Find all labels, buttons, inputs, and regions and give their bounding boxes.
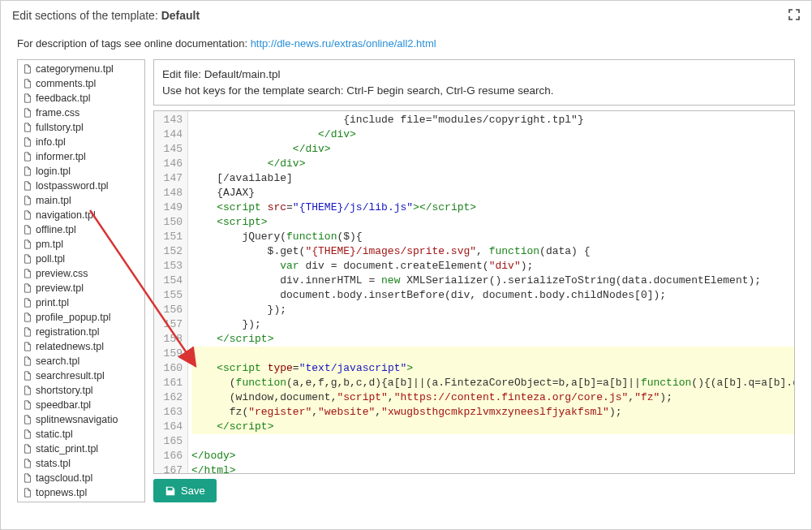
code-line[interactable]: fz("register","website","xwugbsthgcmkpzl… xyxy=(191,405,794,420)
file-item[interactable]: tagscloud.tpl xyxy=(18,471,144,485)
file-item[interactable]: speedbar.tpl xyxy=(18,398,144,412)
code-editor[interactable]: 1431441451461471481491501511521531541551… xyxy=(153,110,795,474)
file-item[interactable]: relatednews.tpl xyxy=(18,339,144,354)
code-line[interactable]: var div = document.createElement("div"); xyxy=(191,259,794,274)
code-scroll[interactable]: 1431441451461471481491501511521531541551… xyxy=(154,111,794,473)
line-number: 143 xyxy=(159,113,183,127)
code-line[interactable]: <script type="text/javascript"> xyxy=(191,361,794,376)
file-item-label: frame.css xyxy=(36,106,79,120)
title-prefix: Edit sections of the template: xyxy=(12,9,161,22)
file-item[interactable]: comments.tpl xyxy=(18,76,144,91)
code-line[interactable]: (window,document,"script","https://conte… xyxy=(191,390,794,405)
code-content[interactable]: {include file="modules/copyright.tpl"} <… xyxy=(188,111,794,473)
file-item-label: navigation.tpl xyxy=(36,208,96,222)
save-icon xyxy=(165,485,176,497)
code-line[interactable]: </div> xyxy=(191,157,794,171)
file-item[interactable]: static_print.tpl xyxy=(18,442,144,456)
code-line[interactable]: {include file="modules/copyright.tpl"} xyxy=(191,113,794,127)
code-line[interactable] xyxy=(191,347,794,361)
file-item-label: login.tpl xyxy=(36,164,71,179)
file-item[interactable]: fullstory.tpl xyxy=(18,120,144,135)
line-number: 151 xyxy=(159,230,183,244)
file-item-label: shortstory.tpl xyxy=(36,383,93,398)
file-item[interactable]: splitnewsnavigatio xyxy=(18,412,144,427)
file-item[interactable]: searchresult.tpl xyxy=(18,368,144,383)
code-line[interactable]: document.body.insertBefore(div, document… xyxy=(191,288,794,303)
code-line[interactable]: </script> xyxy=(191,332,794,347)
code-line[interactable]: <script src="{THEME}/js/lib.js"></script… xyxy=(191,200,794,215)
line-number: 147 xyxy=(159,171,183,186)
file-tree[interactable]: categorymenu.tplcomments.tplfeedback.tpl… xyxy=(18,60,144,502)
file-item[interactable]: offline.tpl xyxy=(18,222,144,237)
file-item[interactable]: preview.tpl xyxy=(18,281,144,295)
code-line[interactable]: </div> xyxy=(191,142,794,157)
file-item[interactable]: navigation.tpl xyxy=(18,208,144,222)
line-number: 144 xyxy=(159,127,183,142)
file-item[interactable]: info.tpl xyxy=(18,135,144,149)
code-line[interactable]: jQuery(function($){ xyxy=(191,230,794,244)
file-item[interactable]: informer.tpl xyxy=(18,149,144,164)
line-number: 163 xyxy=(159,405,183,420)
file-item[interactable]: poll.tpl xyxy=(18,252,144,266)
file-item[interactable]: print.tpl xyxy=(18,295,144,310)
save-button-label: Save xyxy=(181,485,205,497)
title-template-name: Default xyxy=(161,9,200,22)
line-number: 165 xyxy=(159,434,183,449)
file-item-label: offline.tpl xyxy=(36,222,76,237)
editor-info: Edit file: Default/main.tpl Use hot keys… xyxy=(153,59,795,106)
save-button[interactable]: Save xyxy=(153,479,217,502)
file-item-label: profile_popup.tpl xyxy=(36,310,110,325)
line-number: 150 xyxy=(159,215,183,230)
code-line[interactable]: }); xyxy=(191,317,794,332)
file-item[interactable]: static.tpl xyxy=(18,427,144,442)
file-item[interactable]: categorymenu.tpl xyxy=(18,62,144,76)
line-number: 146 xyxy=(159,157,183,171)
expand-icon[interactable] xyxy=(788,9,800,23)
documentation-link[interactable]: http://dle-news.ru/extras/online/all2.ht… xyxy=(251,37,436,50)
file-item-label: stats.tpl xyxy=(36,456,71,471)
code-line[interactable]: </script> xyxy=(191,420,794,434)
file-item-label: main.tpl xyxy=(36,193,71,208)
code-line[interactable]: [/available] xyxy=(191,171,794,186)
file-item[interactable]: lostpassword.tpl xyxy=(18,179,144,193)
file-item[interactable]: search.tpl xyxy=(18,354,144,368)
code-line[interactable]: }); xyxy=(191,303,794,317)
code-line[interactable]: </div> xyxy=(191,127,794,142)
line-number: 157 xyxy=(159,317,183,332)
file-item[interactable]: userinfo.tpl xyxy=(18,500,144,502)
code-line[interactable]: <script> xyxy=(191,215,794,230)
code-line[interactable]: </html> xyxy=(191,463,794,473)
code-line[interactable]: </body> xyxy=(191,449,794,463)
file-item[interactable]: topnews.tpl xyxy=(18,485,144,500)
file-item-label: userinfo.tpl xyxy=(36,500,85,502)
file-item[interactable]: feedback.tpl xyxy=(18,91,144,106)
editor-column: Edit file: Default/main.tpl Use hot keys… xyxy=(153,59,795,502)
file-item[interactable]: pm.tpl xyxy=(18,237,144,252)
file-item[interactable]: profile_popup.tpl xyxy=(18,310,144,325)
code-line[interactable]: (function(a,e,f,g,b,c,d){a[b]||(a.Fintez… xyxy=(191,376,794,390)
file-item-label: search.tpl xyxy=(36,354,79,368)
file-item[interactable]: stats.tpl xyxy=(18,456,144,471)
line-number: 160 xyxy=(159,361,183,376)
editing-file-label: Edit file: Default/main.tpl xyxy=(162,67,786,83)
code-line[interactable]: {AJAX} xyxy=(191,186,794,200)
code-line[interactable]: div.innerHTML = new XMLSerializer().seri… xyxy=(191,274,794,288)
line-number: 152 xyxy=(159,244,183,259)
file-item[interactable]: preview.css xyxy=(18,266,144,281)
panel-title: Edit sections of the template: Default xyxy=(12,9,200,22)
file-item[interactable]: registration.tpl xyxy=(18,325,144,339)
editor-body: categorymenu.tplcomments.tplfeedback.tpl… xyxy=(1,59,811,514)
file-tree-wrap: categorymenu.tplcomments.tplfeedback.tpl… xyxy=(17,59,145,502)
code-line[interactable]: $.get("{THEME}/images/sprite.svg", funct… xyxy=(191,244,794,259)
file-item-label: pm.tpl xyxy=(36,237,63,252)
file-item-label: feedback.tpl xyxy=(36,91,90,106)
file-item[interactable]: frame.css xyxy=(18,106,144,120)
file-item[interactable]: login.tpl xyxy=(18,164,144,179)
file-item-label: speedbar.tpl xyxy=(36,398,91,412)
line-number: 148 xyxy=(159,186,183,200)
file-item[interactable]: main.tpl xyxy=(18,193,144,208)
file-item-label: registration.tpl xyxy=(36,325,100,339)
code-line[interactable] xyxy=(191,434,794,449)
file-item[interactable]: shortstory.tpl xyxy=(18,383,144,398)
file-item-label: categorymenu.tpl xyxy=(36,62,114,76)
